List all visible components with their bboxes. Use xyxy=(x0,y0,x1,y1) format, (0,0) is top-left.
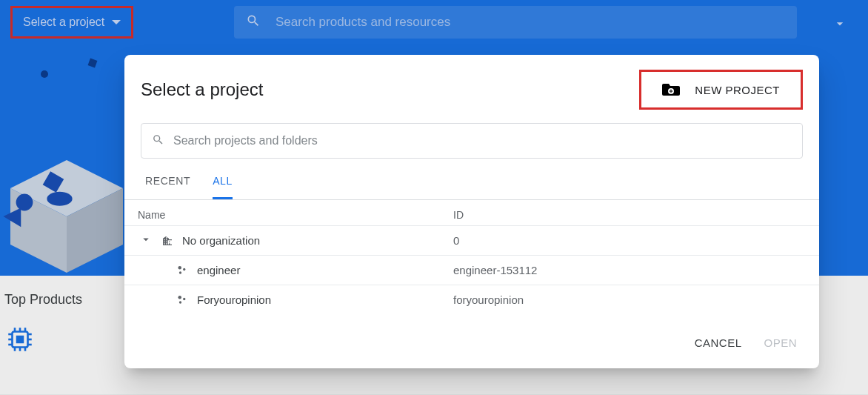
table-row[interactable]: engineer engineer-153112 xyxy=(124,255,819,285)
dialog-search-input[interactable] xyxy=(173,134,792,147)
column-headers: Name ID xyxy=(124,200,819,225)
table-row[interactable]: Foryouropinion foryouropinion xyxy=(124,285,819,314)
search-icon xyxy=(152,133,164,149)
organization-icon xyxy=(161,235,173,247)
table-row[interactable]: No organization 0 xyxy=(124,225,819,255)
row-name: Foryouropinion xyxy=(197,293,271,306)
new-project-label: NEW PROJECT xyxy=(695,84,780,96)
row-id: engineer-153112 xyxy=(453,264,819,276)
dialog-search[interactable] xyxy=(141,123,803,159)
row-id: 0 xyxy=(453,234,819,247)
cancel-button[interactable]: CANCEL xyxy=(695,336,742,349)
column-id: ID xyxy=(453,209,807,221)
svg-point-28 xyxy=(178,266,182,270)
svg-point-29 xyxy=(183,268,185,270)
project-icon xyxy=(175,264,188,277)
new-project-button[interactable]: NEW PROJECT xyxy=(639,70,803,110)
svg-point-33 xyxy=(179,301,181,303)
row-id: foryouropinion xyxy=(453,293,819,306)
tab-recent[interactable]: RECENT xyxy=(145,175,190,199)
svg-point-30 xyxy=(179,271,181,273)
chevron-down-icon[interactable] xyxy=(139,233,153,248)
new-project-folder-icon xyxy=(662,82,680,97)
tab-all[interactable]: ALL xyxy=(213,175,233,199)
open-button[interactable]: OPEN xyxy=(764,336,797,349)
row-name: engineer xyxy=(197,264,240,276)
dialog-actions: CANCEL OPEN xyxy=(124,314,819,362)
svg-point-32 xyxy=(183,297,185,299)
dialog-title: Select a project xyxy=(141,79,263,100)
column-name: Name xyxy=(136,209,453,221)
svg-point-31 xyxy=(178,296,182,299)
project-picker-dialog: Select a project NEW PROJECT RECENT ALL … xyxy=(124,55,819,368)
row-name: No organization xyxy=(182,234,260,247)
tabs: RECENT ALL xyxy=(124,159,819,200)
project-icon xyxy=(175,293,188,307)
